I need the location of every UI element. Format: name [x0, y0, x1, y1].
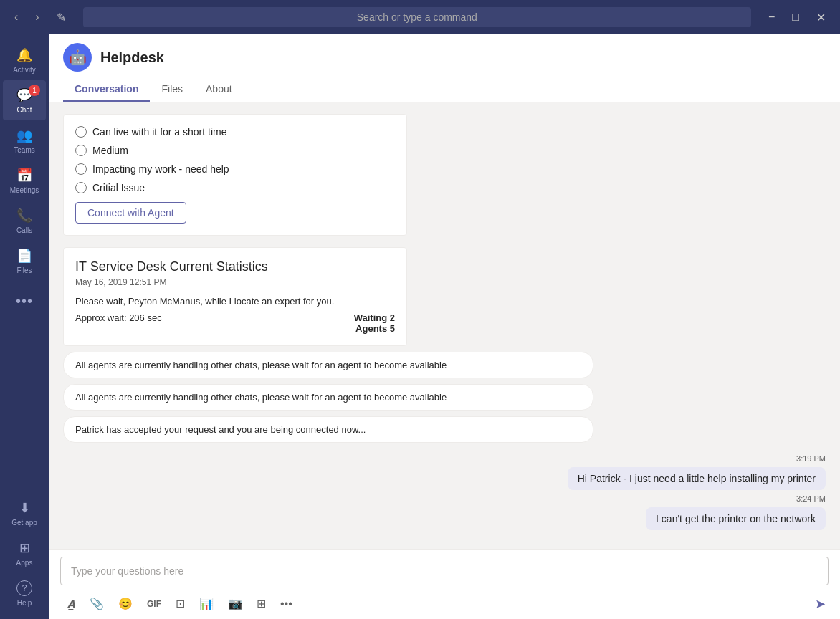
minimize-button[interactable]: −	[763, 8, 781, 27]
meetings-icon: 📅	[16, 168, 32, 183]
radio-input-4[interactable]	[75, 182, 87, 193]
input-toolbar: A̲ 📎 😊 GIF ⊡ 📊 📷 ⊞ ••• ➤	[60, 588, 829, 619]
radio-label-3: Impacting my work - need help	[92, 163, 229, 175]
help-icon: ?	[16, 580, 32, 596]
radio-input-1[interactable]	[75, 126, 87, 138]
chat-tabs: Conversation Files About	[63, 77, 826, 102]
user-messages: 3:19 PM Hi Patrick - I just need a littl…	[63, 454, 826, 530]
sidebar-item-calls[interactable]: 📞 Calls	[3, 201, 46, 241]
apps-icon: ⊞	[19, 540, 30, 556]
apps-toolbar-button[interactable]: ⊞	[252, 594, 270, 613]
video-button[interactable]: 📷	[224, 594, 247, 613]
radio-option-4[interactable]: Critial Issue	[75, 182, 395, 193]
more-toolbar-button[interactable]: •••	[276, 595, 297, 613]
system-message-2: All agents are currently handling other …	[63, 384, 593, 411]
sidebar-item-label-chat: Chat	[16, 106, 32, 114]
sidebar: 🔔 Activity 💬 Chat 1 👥 Teams 📅 Meetings 📞…	[0, 34, 49, 619]
close-button[interactable]: ✕	[811, 8, 831, 27]
messages-area: Can live with it for a short time Medium…	[49, 102, 840, 549]
stats-card-title: IT Service Desk Current Statistics	[75, 259, 395, 274]
sidebar-item-meetings[interactable]: 📅 Meetings	[3, 160, 46, 201]
format-button[interactable]: A̲	[63, 595, 80, 613]
stats-message: Please wait, Peyton McManus, while I loc…	[75, 296, 395, 307]
sidebar-item-apps[interactable]: ⊞ Apps	[3, 533, 46, 573]
agents-stat: Agents 5	[354, 323, 395, 334]
radio-option-3[interactable]: Impacting my work - need help	[75, 163, 395, 175]
tab-conversation[interactable]: Conversation	[63, 77, 150, 102]
sidebar-item-activity[interactable]: 🔔 Activity	[3, 40, 46, 80]
waiting-label: Waiting	[354, 312, 387, 323]
nav-buttons: ‹ ›	[9, 8, 45, 27]
radio-input-2[interactable]	[75, 145, 87, 156]
back-button[interactable]: ‹	[9, 8, 24, 27]
stats-card-body: Please wait, Peyton McManus, while I loc…	[75, 296, 395, 334]
tab-files[interactable]: Files	[150, 77, 194, 102]
user-message-group-1: 3:19 PM Hi Patrick - I just need a littl…	[568, 454, 826, 490]
chat-header-top: 🤖 Helpdesk	[63, 43, 826, 72]
sidebar-item-label-help: Help	[17, 599, 32, 607]
content-area: 🤖 Helpdesk Conversation Files About Can …	[49, 34, 840, 619]
tab-about[interactable]: About	[194, 77, 244, 102]
sidebar-item-label-files: Files	[16, 267, 32, 274]
chart-button[interactable]: 📊	[195, 594, 218, 613]
search-input[interactable]	[83, 7, 751, 27]
radio-input-3[interactable]	[75, 163, 87, 175]
teams-icon: 👥	[16, 128, 32, 143]
activity-icon: 🔔	[16, 47, 32, 63]
sidebar-item-label-teams: Teams	[14, 146, 34, 154]
user-message-time-2: 3:24 PM	[796, 494, 826, 503]
forward-button[interactable]: ›	[29, 8, 44, 27]
waiting-stat: Waiting 2	[354, 312, 395, 323]
radio-option-1[interactable]: Can live with it for a short time	[75, 126, 395, 138]
radio-label-2: Medium	[92, 145, 128, 156]
avatar: 🤖	[63, 43, 92, 72]
user-message-time-1: 3:19 PM	[796, 454, 826, 463]
titlebar: ‹ › ✎ − □ ✕	[0, 0, 840, 34]
sidebar-item-label-calls: Calls	[16, 226, 32, 234]
user-message-group-2: 3:24 PM I can't get the printer on the n…	[646, 494, 826, 530]
compose-button[interactable]: ✎	[51, 8, 72, 27]
options-card: Can live with it for a short time Medium…	[63, 114, 407, 236]
sidebar-item-chat[interactable]: 💬 Chat 1	[3, 80, 46, 120]
bot-name: Helpdesk	[100, 49, 164, 66]
stats-approx-wait: Approx wait: 206 sec	[75, 312, 162, 334]
sidebar-item-label-meetings: Meetings	[10, 186, 39, 194]
more-icon: •••	[16, 293, 33, 310]
agents-label: Agents	[355, 323, 387, 334]
window-actions: − □ ✕	[763, 8, 831, 27]
sticker-button[interactable]: ⊡	[171, 594, 189, 613]
sidebar-item-label-apps: Apps	[16, 559, 33, 567]
user-bubble-1: Hi Patrick - I just need a little help i…	[568, 467, 826, 490]
sidebar-item-help[interactable]: ? Help	[3, 573, 46, 613]
files-icon: 📄	[16, 248, 32, 264]
radio-option-2[interactable]: Medium	[75, 145, 395, 156]
emoji-button[interactable]: 😊	[114, 594, 137, 613]
sidebar-item-teams[interactable]: 👥 Teams	[3, 120, 46, 160]
message-input[interactable]	[60, 557, 829, 585]
input-area: A̲ 📎 😊 GIF ⊡ 📊 📷 ⊞ ••• ➤	[49, 549, 840, 619]
stats-labels: Waiting 2 Agents 5	[354, 312, 395, 334]
sidebar-item-files[interactable]: 📄 Files	[3, 241, 46, 281]
get-app-icon: ⬇	[19, 500, 30, 516]
stats-card: IT Service Desk Current Statistics May 1…	[63, 247, 407, 346]
gif-button[interactable]: GIF	[143, 596, 166, 612]
waiting-count: 2	[390, 312, 395, 323]
chat-badge: 1	[29, 85, 40, 96]
sidebar-item-get-app[interactable]: ⬇ Get app	[3, 493, 46, 533]
chat-header: 🤖 Helpdesk Conversation Files About	[49, 34, 840, 102]
connect-with-agent-button[interactable]: Connect with Agent	[75, 202, 186, 224]
user-bubble-2: I can't get the printer on the network	[646, 507, 826, 530]
sidebar-item-label-activity: Activity	[13, 66, 36, 74]
system-message-1: All agents are currently handling other …	[63, 352, 593, 378]
agents-count: 5	[390, 323, 395, 334]
bot-emoji: 🤖	[69, 49, 87, 66]
radio-group: Can live with it for a short time Medium…	[75, 126, 395, 193]
sidebar-item-more[interactable]: •••	[3, 281, 46, 321]
main-layout: 🔔 Activity 💬 Chat 1 👥 Teams 📅 Meetings 📞…	[0, 34, 840, 619]
radio-label-4: Critial Issue	[92, 182, 145, 193]
stats-row: Approx wait: 206 sec Waiting 2 Agents 5	[75, 312, 395, 334]
attach-button[interactable]: 📎	[85, 594, 108, 613]
send-button[interactable]: ➤	[815, 596, 826, 612]
maximize-button[interactable]: □	[786, 8, 805, 27]
system-message-3: Patrick has accepted your request and yo…	[63, 416, 593, 443]
